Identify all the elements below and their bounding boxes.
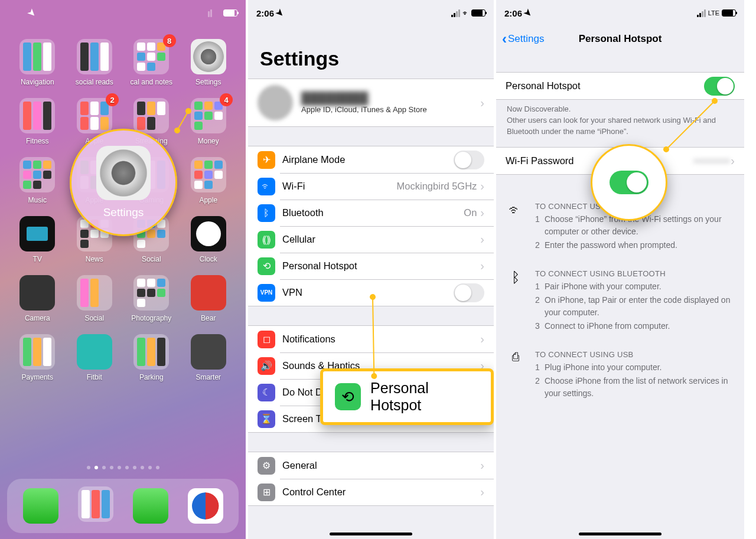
signal-icon — [451, 9, 460, 17]
callout-settings: Settings — [70, 129, 177, 236]
page-dots[interactable] — [0, 466, 246, 469]
instr-usb: ⎙ TO CONNECT USING USB Plug iPhone into … — [496, 342, 744, 409]
location-icon: ➤ — [522, 6, 535, 19]
app-photography[interactable]: Photography — [125, 275, 178, 322]
app-payments[interactable]: Payments — [11, 334, 64, 381]
battery-icon — [722, 9, 736, 17]
profile-subtitle: Apple ID, iCloud, iTunes & App Store — [301, 105, 480, 114]
instr-bluetooth: ᛒ TO CONNECT USING BLUETOOTH Pair iPhone… — [496, 261, 744, 342]
app-camera[interactable]: Camera — [11, 275, 64, 322]
dock — [7, 479, 239, 533]
app-parking[interactable]: Parking — [125, 334, 178, 381]
row-hotspot[interactable]: ⟲Personal Hotspot› — [248, 253, 494, 279]
wifi-password-redacted: •••••••• — [694, 155, 731, 166]
app-fitbit[interactable]: Fitbit — [68, 334, 122, 381]
general-icon: ⚙ — [258, 457, 275, 475]
hotspot-icon: ⟲ — [258, 257, 275, 275]
row-notifications[interactable]: ◻Notifications› — [248, 326, 494, 352]
chevron-icon: › — [480, 179, 484, 193]
row-controlcenter[interactable]: ⊞Control Center› — [248, 479, 494, 505]
chevron-icon: › — [480, 233, 484, 246]
chevron-icon: › — [480, 206, 484, 220]
notifications-icon: ◻ — [258, 331, 275, 348]
bluetooth-glyph-icon: ᛒ — [507, 269, 524, 334]
row-general[interactable]: ⚙General› — [248, 452, 494, 479]
callout-toggle — [591, 144, 667, 221]
app-settings[interactable]: Settings — [182, 39, 236, 86]
bluetooth-icon: ᛒ — [258, 204, 275, 222]
status-time: 2:06 — [504, 8, 522, 18]
chevron-icon: › — [480, 96, 484, 110]
chevron-left-icon: ‹ — [502, 31, 507, 47]
airplane-icon: ✈ — [258, 151, 275, 169]
row-wifi[interactable]: ᯤWi-FiMockingbird 5GHz› — [248, 173, 494, 200]
battery-icon — [223, 9, 237, 17]
app-bear[interactable]: Bear — [182, 275, 236, 322]
back-button[interactable]: ‹Settings — [502, 31, 544, 47]
sounds-icon: 🔊 — [258, 357, 275, 375]
wifi-icon: ᯤ — [258, 178, 275, 195]
dock-messages[interactable] — [133, 488, 168, 524]
phone-hotspot-detail: 2:06➤ LTE ‹Settings Personal Hotspot Per… — [496, 0, 744, 539]
status-time: 2:06 — [256, 8, 274, 18]
chevron-icon: › — [480, 485, 484, 499]
airplane-toggle[interactable] — [454, 151, 484, 169]
chevron-icon: › — [731, 154, 735, 168]
chevron-icon: › — [480, 259, 484, 273]
hotspot-icon: ⟲ — [335, 383, 361, 410]
controlcenter-icon: ⊞ — [258, 484, 275, 501]
location-icon: ➤ — [274, 6, 287, 19]
app-fitness[interactable]: Fitness — [11, 98, 64, 145]
cellular-icon: ⸨⸩ — [258, 231, 275, 249]
usb-glyph-icon: ⎙ — [507, 350, 524, 401]
row-hotspot-toggle: Personal Hotspot — [496, 73, 744, 99]
page-title: Settings — [248, 26, 494, 79]
nav-bar: ‹Settings Personal Hotspot — [496, 26, 744, 52]
app-smarter[interactable]: Smarter — [182, 334, 236, 381]
wifi-glyph-icon: ᯤ — [507, 202, 524, 253]
row-airplane[interactable]: ✈Airplane Mode — [248, 146, 494, 173]
vpn-icon: VPN — [258, 284, 275, 302]
wifi-icon: ᯤ — [462, 9, 469, 17]
status-bar: 2:06➤ ᯤ — [248, 0, 494, 26]
callout-hotspot: ⟲ Personal Hotspot — [320, 368, 494, 425]
home-indicator[interactable] — [579, 533, 662, 535]
app-social2[interactable]: Social — [68, 275, 122, 322]
dock-mail-folder[interactable] — [78, 486, 113, 522]
row-vpn[interactable]: VPNVPN — [248, 279, 494, 306]
nav-title: Personal Hotspot — [579, 33, 662, 45]
dock-safari[interactable] — [188, 488, 223, 524]
app-tv[interactable]: TV — [11, 216, 64, 263]
hotspot-toggle[interactable] — [704, 77, 735, 96]
app-apple4[interactable]: Apple — [182, 157, 236, 204]
status-bar: 2:06➤ LTE — [496, 0, 744, 26]
home-indicator[interactable] — [330, 533, 412, 535]
row-cellular[interactable]: ⸨⸩Cellular› — [248, 226, 494, 253]
battery-icon — [471, 9, 485, 17]
app-navigation[interactable]: Navigation — [11, 39, 64, 86]
screentime-icon: ⌛ — [258, 410, 275, 428]
signal-icon — [697, 9, 706, 17]
toggle-on-icon — [610, 171, 649, 194]
app-money[interactable]: 4Money — [182, 98, 236, 145]
avatar — [258, 85, 293, 120]
app-socialreads[interactable]: social reads — [68, 39, 122, 86]
app-calnotes[interactable]: 8cal and notes — [125, 39, 178, 86]
network-label: LTE — [708, 9, 719, 17]
app-clock[interactable]: Clock — [182, 216, 236, 263]
dnd-icon: ☾ — [258, 384, 275, 401]
phone-home-screen: 2:06➤ ᯤ Navigation social reads 8cal and… — [0, 0, 248, 539]
row-apple-id[interactable]: ████████ Apple ID, iCloud, iTunes & App … — [248, 79, 494, 126]
vpn-toggle[interactable] — [454, 283, 484, 302]
app-music[interactable]: Music — [11, 157, 64, 204]
profile-name-redacted: ████████ — [301, 92, 480, 105]
row-bluetooth[interactable]: ᛒBluetoothOn› — [248, 200, 494, 226]
settings-gear-icon — [96, 146, 151, 200]
phone-settings-list: 2:06➤ ᯤ Settings ████████ Apple ID, iClo… — [248, 0, 496, 539]
chevron-icon: › — [480, 332, 484, 346]
chevron-icon: › — [480, 459, 484, 472]
dock-phone[interactable] — [23, 488, 58, 524]
